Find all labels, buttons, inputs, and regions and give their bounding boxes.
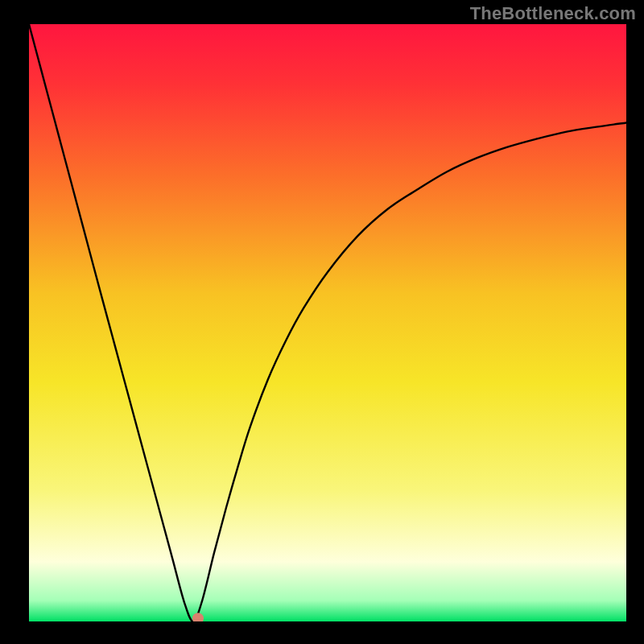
gradient-background <box>29 24 626 621</box>
chart-svg <box>29 24 626 621</box>
chart-frame: TheBottleneck.com <box>0 0 644 644</box>
watermark-text: TheBottleneck.com <box>470 3 636 24</box>
plot-area <box>29 24 626 621</box>
